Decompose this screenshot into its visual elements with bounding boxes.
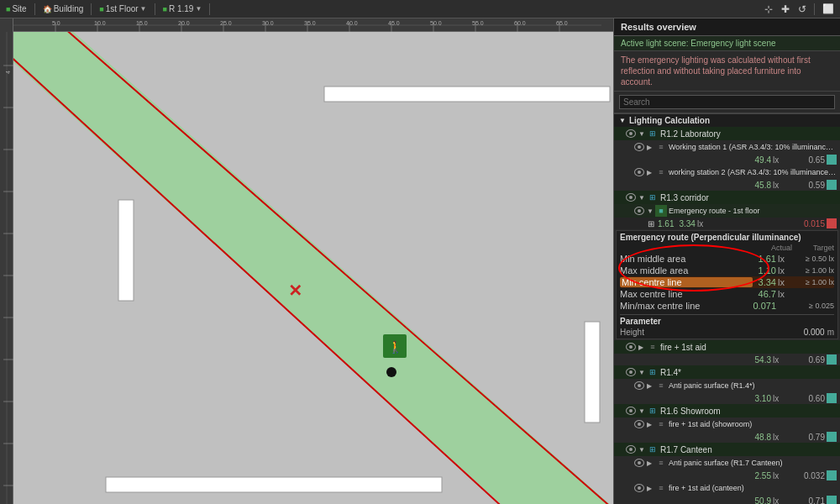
sub-row-max-middle[interactable]: Max middle area 1.10 lx ≥ 1.00 lx <box>620 265 834 276</box>
fire-value: 54.3 <box>746 355 771 365</box>
ap17-value: 2.55 <box>746 471 771 480</box>
svg-rect-48 <box>106 477 442 492</box>
eye-icon-fc[interactable] <box>634 484 644 492</box>
eye-icon-r17[interactable] <box>626 445 636 454</box>
sub-unit-min-centre: lx <box>778 277 788 287</box>
arrow-er: ▼ <box>647 207 655 215</box>
ws1-uo: 0.65 <box>783 155 825 165</box>
anti-panic-r17-item[interactable]: ▶ ≡ Anti panic surface (R1.7 Canteen) <box>614 456 840 470</box>
arrow-r12: ▼ <box>638 130 647 138</box>
anti-panic-r14-item[interactable]: ▶ ≡ Anti panic surface (R1.4*) <box>614 379 840 392</box>
section-arrow: ▼ <box>619 117 626 124</box>
search-input[interactable] <box>619 95 835 109</box>
sub-row-minmax-centre[interactable]: Min/max centre line 0.071 ≥ 0.025 <box>620 300 834 312</box>
fire-uo: 0.69 <box>783 355 825 365</box>
fs-label: fire + 1st aid (showroom) <box>669 420 837 428</box>
ws2-result: 45.8 lx 0.59 <box>614 179 840 191</box>
fc-result: 50.9 lx 0.71 <box>614 495 840 504</box>
toolbar-refresh-icon[interactable]: ↺ <box>795 3 809 15</box>
ruler-left: 4 <box>0 18 13 504</box>
eye-icon-ap17[interactable] <box>634 459 644 467</box>
sub-unit-min-middle: lx <box>778 254 788 264</box>
fc-label: fire + 1st aid (canteen) <box>669 484 837 492</box>
room-r17-header[interactable]: ▼ ⊞ R1.7 Canteen <box>614 443 840 456</box>
svg-text:20.0: 20.0 <box>178 20 190 26</box>
toolbar-building[interactable]: 🏠 Building <box>40 4 87 13</box>
er-val1: 1.61 <box>658 219 674 228</box>
ws2-item[interactable]: ▶ ≡ working station 2 (ASR A3.4/3: 10% i… <box>614 165 840 179</box>
sub-val-min-centre: 3.34 <box>753 277 776 287</box>
ws1-unit: lx <box>773 155 783 165</box>
drawing-canvas[interactable]: ✕ 🚶 <box>13 32 613 504</box>
room-r12-header[interactable]: ▼ ⊞ R1.2 Laboratory <box>614 127 840 140</box>
room-r13-header[interactable]: ▼ ⊞ R1.3 corridor <box>614 191 840 204</box>
eye-icon-ws1[interactable] <box>634 143 644 151</box>
ws1-item[interactable]: ▶ ≡ Working station 1 (ASR A3.4/3: 10% i… <box>614 140 840 154</box>
room-r16-label: R1.6 Showroom <box>660 407 837 416</box>
lighting-calc-section[interactable]: ▼ Lighting Calculation <box>614 113 840 127</box>
eye-icon-r14[interactable] <box>626 368 636 376</box>
er-sub-block: Emergency route (Perpendicular illuminan… <box>616 230 838 339</box>
sub-label-min-middle: Min middle area <box>620 254 753 264</box>
ws2-unit: lx <box>773 181 783 190</box>
height-value: 0.000 <box>804 328 825 337</box>
arrow-ws2: ▶ <box>647 169 655 176</box>
fs-uo: 0.79 <box>783 433 825 442</box>
ap14-value: 3.10 <box>746 394 771 403</box>
emergency-route-item[interactable]: ▼ ■ Emergency route - 1st floor <box>614 204 840 218</box>
sub-row-min-centre[interactable]: Min centre line 3.34 lx ≥ 1.00 lx <box>620 276 834 288</box>
room-r16-header[interactable]: ▼ ⊞ R1.6 Showroom <box>614 404 840 417</box>
arrow-fs: ▶ <box>647 421 655 428</box>
fire-status <box>827 354 837 365</box>
fire-showroom-item[interactable]: ▶ ≡ fire + 1st aid (showroom) <box>614 417 840 431</box>
sub-label-minmax-centre: Min/max centre line <box>620 301 753 311</box>
ws1-value: 49.4 <box>746 155 771 165</box>
room-r17-label: R1.7 Canteen <box>660 445 837 454</box>
floor-plan-canvas[interactable]: 5.0 10.0 15.0 20.0 25.0 30.0 35.0 40.0 4… <box>0 18 613 504</box>
toolbar-floor[interactable]: ■ 1st Floor ▼ <box>97 4 149 13</box>
eye-icon-r16[interactable] <box>626 407 636 415</box>
ap17-icon: ≡ <box>655 457 667 469</box>
sub-label-max-centre: Max centre line <box>620 289 753 299</box>
ws2-uo: 0.59 <box>783 181 825 190</box>
svg-text:25.0: 25.0 <box>220 20 232 26</box>
fire-canteen-item[interactable]: ▶ ≡ fire + 1st aid (canteen) <box>614 481 840 495</box>
eye-icon-fire[interactable] <box>626 343 636 351</box>
eye-icon-ap14[interactable] <box>634 381 644 390</box>
eye-icon-r13[interactable] <box>626 193 636 202</box>
toolbar-site[interactable]: ■ Site <box>3 4 29 13</box>
ap14-unit: lx <box>773 394 783 403</box>
height-param-row: Height 0.000 m <box>620 328 834 337</box>
room-r14-label: R1.4* <box>660 368 837 377</box>
height-label: Height <box>620 328 804 337</box>
fire-unit: lx <box>773 355 783 365</box>
fc-unit: lx <box>773 496 783 505</box>
eye-icon-fs[interactable] <box>634 420 644 428</box>
fire-aid-header[interactable]: ▶ ≡ fire + 1st aid <box>614 340 840 354</box>
fs-icon: ≡ <box>655 418 667 430</box>
sub-unit-max-middle: lx <box>778 265 788 276</box>
fire-label: fire + 1st aid <box>660 343 837 352</box>
sub-row-max-centre[interactable]: Max centre line 46.7 lx <box>620 288 834 300</box>
svg-text:45.0: 45.0 <box>388 20 400 26</box>
svg-text:30.0: 30.0 <box>262 20 274 26</box>
er-icon: ■ <box>655 205 667 217</box>
eye-icon-ws2[interactable] <box>634 168 644 176</box>
results-scroll[interactable]: ▼ Lighting Calculation ▼ ⊞ R1.2 Laborato… <box>614 113 840 504</box>
toolbar-select-icon[interactable]: ⊹ <box>762 3 775 15</box>
toolbar-window-icon[interactable]: ⬜ <box>820 3 837 14</box>
eye-icon-er[interactable] <box>634 207 644 215</box>
room-r14-header[interactable]: ▼ ⊞ R1.4* <box>614 365 840 379</box>
svg-text:🚶: 🚶 <box>388 340 403 354</box>
toolbar-move-icon[interactable]: ✚ <box>779 3 792 15</box>
panel-search-container <box>614 92 840 113</box>
fc-status <box>827 496 837 504</box>
fs-result: 48.8 lx 0.79 <box>614 431 840 443</box>
right-panel: Results overview Active light scene: Eme… <box>613 18 840 504</box>
sub-tgt-minmax-centre: ≥ 0.025 <box>788 302 834 310</box>
sub-row-min-middle[interactable]: Min middle area 1.61 lx ≥ 0.50 lx <box>620 253 834 265</box>
ap17-extra: 0.032 <box>783 471 825 480</box>
toolbar-ref[interactable]: ■ R 1.19 ▼ <box>160 4 205 13</box>
ap14-icon: ≡ <box>655 380 667 391</box>
eye-icon-r12[interactable] <box>626 129 636 138</box>
